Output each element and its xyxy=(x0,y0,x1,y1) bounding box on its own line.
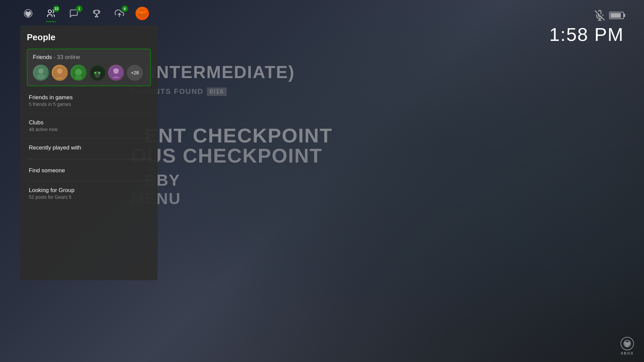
friend-avatar-1 xyxy=(33,65,49,81)
bg-game-text-4: ENT CHECKPOINT xyxy=(144,124,332,147)
svg-point-18 xyxy=(75,69,82,75)
friends-in-games-title: Friends in games xyxy=(29,94,149,101)
friends-in-games-item[interactable]: Friends in games 5 friends in 5 games xyxy=(27,88,151,113)
svg-point-14 xyxy=(37,74,45,79)
svg-point-22 xyxy=(98,72,100,74)
menu-divider xyxy=(27,160,151,160)
friends-in-games-sub: 5 friends in 5 games xyxy=(29,102,149,107)
svg-point-21 xyxy=(94,72,96,74)
status-icons xyxy=(594,10,624,21)
friend-avatar-2 xyxy=(52,65,68,81)
nav-people-button[interactable]: 33 xyxy=(44,7,58,20)
find-someone-item[interactable]: Find someone xyxy=(27,161,151,181)
battery-indicator xyxy=(609,12,624,19)
user-avatar xyxy=(136,7,149,20)
active-underline xyxy=(46,21,56,22)
bg-game-text-5: OUS CHECKPOINT xyxy=(131,144,322,167)
clock-display: 1:58 PM xyxy=(549,23,624,45)
friends-card-title: Friends - 33 online xyxy=(33,54,145,61)
clubs-sub: 48 active now xyxy=(29,127,149,132)
svg-rect-19 xyxy=(75,75,82,79)
people-badge: 33 xyxy=(53,5,60,12)
nav-bar: 33 1 xyxy=(20,7,158,20)
xbox-branding: XBOX xyxy=(621,337,634,355)
xbox-logo-circle xyxy=(621,337,634,350)
lfg-sub: 52 posts for Gears 5 xyxy=(29,194,149,200)
svg-point-5 xyxy=(48,10,51,13)
lfg-title: Looking for Group xyxy=(29,187,149,194)
looking-for-group-item[interactable]: Looking for Group 52 posts for Gears 5 xyxy=(27,181,151,206)
recently-played-title: Recently played with xyxy=(29,144,149,151)
friend-avatar-4 xyxy=(89,65,105,81)
svg-point-13 xyxy=(38,68,44,74)
friend-avatar-3 xyxy=(70,65,87,81)
left-panel: 33 1 xyxy=(20,7,158,280)
nav-avatar-button[interactable] xyxy=(136,7,149,20)
messages-badge: 1 xyxy=(76,5,83,12)
panel-title: People xyxy=(27,32,151,43)
friend-avatar-5 xyxy=(108,65,124,81)
mute-icon xyxy=(594,10,605,21)
nav-messages-button[interactable]: 1 xyxy=(67,7,80,20)
friends-avatars: +28 xyxy=(33,65,145,81)
find-someone-title: Find someone xyxy=(29,167,149,174)
more-friends-badge: +28 xyxy=(127,65,143,81)
friends-card[interactable]: Friends - 33 online xyxy=(27,49,151,86)
battery-icon xyxy=(609,12,624,19)
nav-trophies-button[interactable] xyxy=(90,7,103,20)
nav-xbox-button[interactable] xyxy=(21,7,35,20)
nav-upload-button[interactable]: 6 xyxy=(113,7,126,20)
recently-played-item[interactable]: Recently played with xyxy=(27,138,151,158)
main-panel: People Friends - 33 online xyxy=(20,25,158,280)
xbox-label: XBOX xyxy=(621,351,634,355)
clubs-item[interactable]: Clubs 48 active now xyxy=(27,113,151,138)
svg-point-16 xyxy=(57,68,62,74)
top-right-ui: 1:58 PM xyxy=(549,10,624,45)
upload-badge: 6 xyxy=(121,5,128,12)
clubs-title: Clubs xyxy=(29,119,149,126)
bg-game-text-1: (INTERMEDIATE) xyxy=(144,62,295,82)
